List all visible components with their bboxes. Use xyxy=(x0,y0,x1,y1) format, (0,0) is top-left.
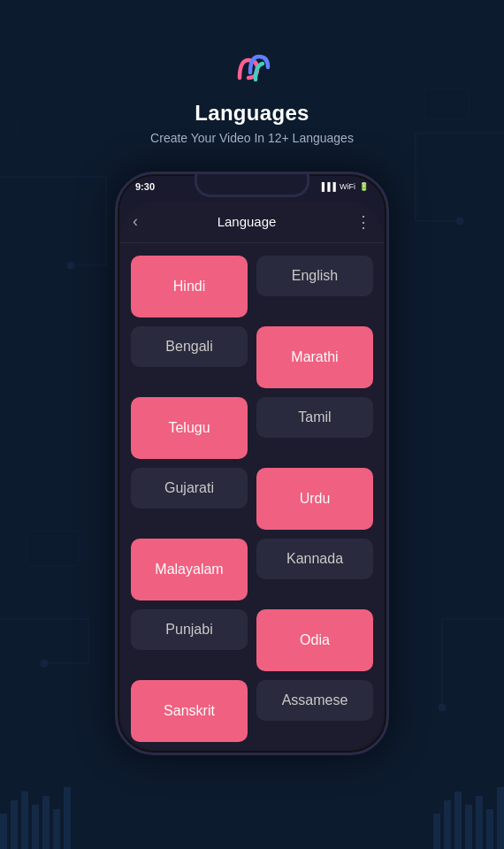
signal-icon: ▐▐▐ xyxy=(319,182,336,191)
page-subtitle: Create Your Video In 12+ Languages xyxy=(150,131,354,145)
svg-rect-16 xyxy=(424,88,469,119)
svg-rect-21 xyxy=(32,805,39,849)
more-options-button[interactable]: ⋮ xyxy=(355,212,371,232)
svg-rect-17 xyxy=(18,115,53,142)
svg-rect-31 xyxy=(497,787,504,849)
svg-point-11 xyxy=(456,218,463,225)
app-bar: ‹ Language ⋮ xyxy=(120,201,384,243)
phone-frame: 9:30 ▐▐▐ WiFi 🔋 ‹ Language ⋮ HindiEnglis… xyxy=(115,172,389,755)
lang-btn-malayalam[interactable]: Malayalam xyxy=(131,539,248,600)
lang-btn-assamese[interactable]: Assamese xyxy=(256,680,373,721)
svg-rect-19 xyxy=(11,800,18,849)
app-logo-icon xyxy=(229,44,275,90)
lang-btn-sanskrit[interactable]: Sanskrit xyxy=(131,680,248,742)
page-title: Languages xyxy=(195,101,309,126)
svg-point-14 xyxy=(439,704,446,711)
status-icons: ▐▐▐ WiFi 🔋 xyxy=(319,182,369,191)
header-section: Languages Create Your Video In 12+ Langu… xyxy=(150,44,354,145)
wifi-icon: WiFi xyxy=(340,182,355,191)
svg-rect-23 xyxy=(53,809,60,849)
lang-btn-bengali[interactable]: Bengali xyxy=(131,326,248,367)
lang-btn-punjabi[interactable]: Punjabi xyxy=(131,609,248,650)
back-button[interactable]: ‹ xyxy=(133,212,138,231)
lang-btn-urdu[interactable]: Urdu xyxy=(256,468,373,530)
svg-rect-18 xyxy=(0,814,7,849)
lang-btn-marathi[interactable]: Marathi xyxy=(256,326,373,388)
svg-rect-15 xyxy=(27,531,80,566)
status-time: 9:30 xyxy=(135,181,155,192)
status-bar: 9:30 ▐▐▐ WiFi 🔋 xyxy=(118,181,386,192)
svg-rect-26 xyxy=(444,800,451,849)
lang-btn-hindi[interactable]: Hindi xyxy=(131,256,248,317)
phone-mockup: 9:30 ▐▐▐ WiFi 🔋 ‹ Language ⋮ HindiEnglis… xyxy=(115,172,389,755)
svg-rect-27 xyxy=(454,792,462,849)
lang-btn-gujarati[interactable]: Gujarati xyxy=(131,468,248,509)
battery-icon: 🔋 xyxy=(359,182,369,191)
language-grid: HindiEnglishBengaliMarathiTeluguTamilGuj… xyxy=(120,243,384,750)
lang-btn-telugu[interactable]: Telugu xyxy=(131,397,248,459)
lang-btn-odia[interactable]: Odia xyxy=(256,609,373,671)
lang-btn-tamil[interactable]: Tamil xyxy=(256,397,373,438)
lang-btn-kannada[interactable]: Kannada xyxy=(256,539,373,579)
svg-rect-28 xyxy=(465,805,472,849)
app-bar-title: Language xyxy=(218,214,277,229)
svg-rect-30 xyxy=(486,809,493,849)
svg-point-7 xyxy=(41,660,48,667)
svg-rect-24 xyxy=(64,787,71,849)
svg-rect-20 xyxy=(21,792,28,849)
svg-rect-25 xyxy=(433,814,440,849)
svg-rect-29 xyxy=(476,796,483,849)
svg-point-3 xyxy=(67,262,74,269)
lang-btn-english[interactable]: English xyxy=(256,256,373,296)
svg-rect-22 xyxy=(42,796,50,849)
phone-screen: ‹ Language ⋮ HindiEnglishBengaliMarathiT… xyxy=(120,201,384,750)
